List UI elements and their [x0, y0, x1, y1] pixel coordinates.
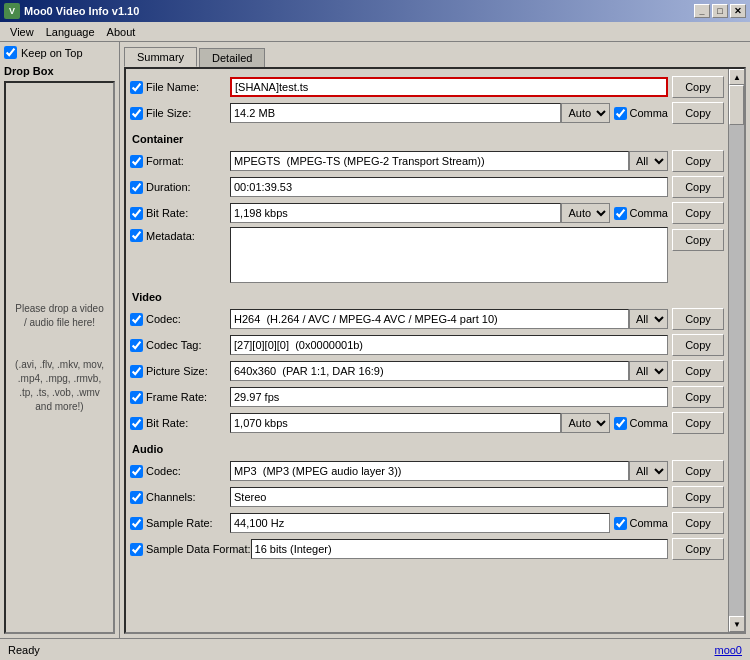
video-codec-copy-button[interactable]: Copy [672, 308, 724, 330]
container-bitrate-copy-button[interactable]: Copy [672, 202, 724, 224]
sample-rate-input[interactable] [230, 513, 610, 533]
scroll-thumb[interactable] [729, 85, 744, 125]
file-name-copy-button[interactable]: Copy [672, 76, 724, 98]
video-codec-checkbox[interactable] [130, 313, 143, 326]
format-label-wrap: Format: [130, 155, 230, 168]
window-title: Moo0 Video Info v1.10 [24, 5, 139, 17]
video-bitrate-select[interactable]: Auto [561, 413, 610, 433]
video-bitrate-input[interactable] [230, 413, 561, 433]
sample-data-format-row: Sample Data Format: Copy [130, 537, 724, 561]
frame-rate-input[interactable] [230, 387, 668, 407]
picture-size-label-wrap: Picture Size: [130, 365, 230, 378]
codec-tag-checkbox[interactable] [130, 339, 143, 352]
container-bitrate-row: Bit Rate: Auto Comma Copy [130, 201, 724, 225]
moo0-link[interactable]: moo0 [714, 644, 742, 656]
menu-about[interactable]: About [101, 24, 142, 40]
close-button[interactable]: ✕ [730, 4, 746, 18]
container-bitrate-select[interactable]: Auto [561, 203, 610, 223]
frame-rate-row: Frame Rate: Copy [130, 385, 724, 409]
codec-tag-input[interactable] [230, 335, 668, 355]
container-bitrate-input[interactable] [230, 203, 561, 223]
scroll-down-button[interactable]: ▼ [729, 616, 745, 632]
duration-row: Duration: Copy [130, 175, 724, 199]
video-bitrate-copy-button[interactable]: Copy [672, 412, 724, 434]
audio-codec-copy-button[interactable]: Copy [672, 460, 724, 482]
audio-codec-input[interactable] [230, 461, 629, 481]
scroll-up-button[interactable]: ▲ [729, 69, 745, 85]
tab-detailed[interactable]: Detailed [199, 48, 265, 67]
audio-codec-row: Codec: All Copy [130, 459, 724, 483]
duration-copy-button[interactable]: Copy [672, 176, 724, 198]
channels-label-wrap: Channels: [130, 491, 230, 504]
metadata-copy-button[interactable]: Copy [672, 229, 724, 251]
file-size-checkbox[interactable] [130, 107, 143, 120]
metadata-row: Metadata: Copy [130, 227, 724, 283]
tab-summary[interactable]: Summary [124, 47, 197, 67]
drop-box-area[interactable]: Please drop a video / audio file here! (… [4, 81, 115, 634]
minimize-button[interactable]: _ [694, 4, 710, 18]
sample-data-format-input[interactable] [251, 539, 668, 559]
metadata-textarea[interactable] [230, 227, 668, 283]
drop-box-label: Drop Box [4, 65, 115, 77]
menu-language[interactable]: Language [40, 24, 101, 40]
sample-data-format-label-wrap: Sample Data Format: [130, 543, 251, 556]
main-window: Keep on Top Drop Box Please drop a video… [0, 42, 750, 638]
sample-data-format-checkbox[interactable] [130, 543, 143, 556]
container-bitrate-label: Bit Rate: [146, 207, 188, 219]
file-size-label: File Size: [146, 107, 191, 119]
file-size-unit-select[interactable]: Auto [561, 103, 610, 123]
menu-view[interactable]: View [4, 24, 40, 40]
format-copy-button[interactable]: Copy [672, 150, 724, 172]
audio-codec-select[interactable]: All [629, 461, 668, 481]
duration-input[interactable] [230, 177, 668, 197]
file-size-comma-checkbox[interactable] [614, 107, 627, 120]
audio-codec-label-wrap: Codec: [130, 465, 230, 478]
metadata-checkbox[interactable] [130, 229, 143, 242]
frame-rate-checkbox[interactable] [130, 391, 143, 404]
format-label: Format: [146, 155, 184, 167]
file-name-input[interactable] [230, 77, 668, 97]
panel-content: File Name: Copy File Size: Auto [126, 69, 728, 632]
metadata-label-wrap: Metadata: [130, 229, 230, 242]
format-select[interactable]: All [629, 151, 668, 171]
container-bitrate-checkbox[interactable] [130, 207, 143, 220]
codec-tag-label-wrap: Codec Tag: [130, 339, 230, 352]
video-bitrate-comma-checkbox[interactable] [614, 417, 627, 430]
audio-codec-checkbox[interactable] [130, 465, 143, 478]
format-input[interactable] [230, 151, 629, 171]
sample-data-format-copy-button[interactable]: Copy [672, 538, 724, 560]
channels-checkbox[interactable] [130, 491, 143, 504]
file-size-input[interactable] [230, 103, 561, 123]
file-name-checkbox[interactable] [130, 81, 143, 94]
picture-size-row: Picture Size: All Copy [130, 359, 724, 383]
container-header: Container [130, 133, 724, 145]
frame-rate-copy-button[interactable]: Copy [672, 386, 724, 408]
codec-tag-copy-button[interactable]: Copy [672, 334, 724, 356]
channels-input[interactable] [230, 487, 668, 507]
picture-size-checkbox[interactable] [130, 365, 143, 378]
maximize-button[interactable]: □ [712, 4, 728, 18]
video-bitrate-comma-label: Comma [629, 417, 668, 429]
sample-rate-label: Sample Rate: [146, 517, 213, 529]
frame-rate-label: Frame Rate: [146, 391, 207, 403]
picture-size-input[interactable] [230, 361, 629, 381]
keep-on-top-label: Keep on Top [21, 47, 83, 59]
video-bitrate-checkbox[interactable] [130, 417, 143, 430]
audio-header: Audio [130, 443, 724, 455]
duration-checkbox[interactable] [130, 181, 143, 194]
video-codec-select[interactable]: All [629, 309, 668, 329]
keep-on-top-checkbox[interactable] [4, 46, 17, 59]
channels-label: Channels: [146, 491, 196, 503]
sample-rate-comma-checkbox[interactable] [614, 517, 627, 530]
picture-size-select[interactable]: All [629, 361, 668, 381]
sample-rate-checkbox[interactable] [130, 517, 143, 530]
picture-size-copy-button[interactable]: Copy [672, 360, 724, 382]
container-bitrate-comma-checkbox[interactable] [614, 207, 627, 220]
frame-rate-label-wrap: Frame Rate: [130, 391, 230, 404]
video-codec-input[interactable] [230, 309, 629, 329]
file-size-row: File Size: Auto Comma Copy [130, 101, 724, 125]
sample-rate-copy-button[interactable]: Copy [672, 512, 724, 534]
file-size-copy-button[interactable]: Copy [672, 102, 724, 124]
format-checkbox[interactable] [130, 155, 143, 168]
channels-copy-button[interactable]: Copy [672, 486, 724, 508]
